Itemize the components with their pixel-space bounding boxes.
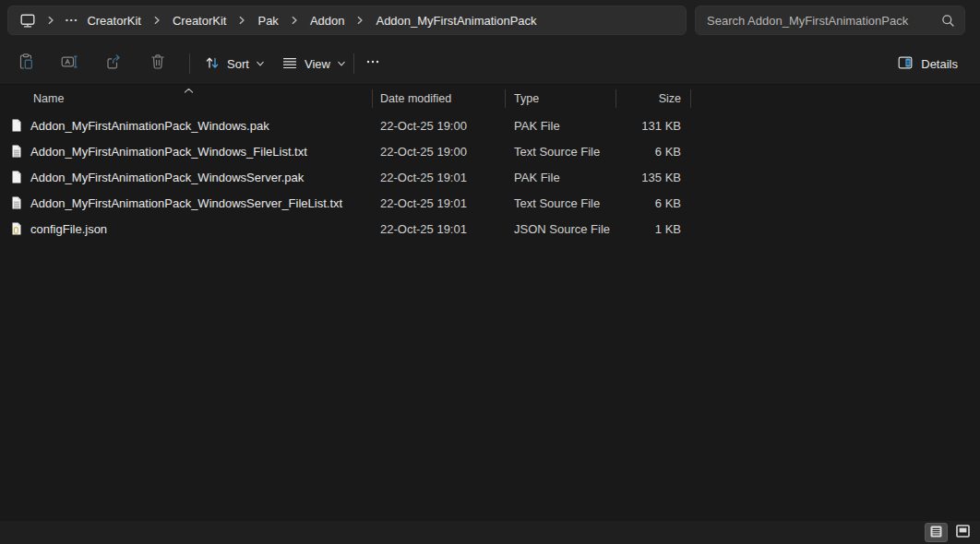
large-icons-view-toggle-button[interactable] — [951, 523, 974, 542]
search-box[interactable] — [695, 6, 965, 35]
file-row[interactable]: Addon_MyFirstAnimationPack_WindowsServer… — [0, 164, 980, 190]
chevron-right-icon — [237, 16, 246, 25]
file-name: Addon_MyFirstAnimationPack_WindowsServer… — [30, 171, 304, 184]
file-list-area: Name Date modified Type Size Addon_MyFir… — [0, 85, 980, 521]
view-label: View — [305, 57, 330, 71]
file-date-modified: 22-Oct-25 19:00 — [372, 145, 505, 159]
search-icon — [941, 14, 955, 28]
file-size: 6 KB — [615, 145, 690, 159]
text-file-icon — [9, 195, 24, 210]
file-type: Text Source File — [505, 145, 615, 159]
file-size: 6 KB — [615, 196, 690, 210]
breadcrumb-item-3[interactable]: Addon — [305, 11, 350, 30]
sort-arrows-icon — [204, 54, 221, 74]
list-view-icon — [930, 525, 942, 541]
thumbnail-view-icon — [956, 525, 970, 541]
monitor-icon — [19, 12, 36, 31]
file-type: JSON Source File — [505, 222, 615, 236]
rename-button[interactable] — [51, 49, 88, 78]
file-size: 131 KB — [615, 119, 690, 133]
column-separator[interactable] — [505, 89, 506, 108]
json-file-icon — [9, 221, 24, 236]
status-bar — [0, 521, 980, 544]
command-bar: Sort View — [0, 42, 980, 85]
delete-button[interactable] — [139, 49, 176, 78]
breadcrumb-item-1[interactable]: CreatorKit — [168, 11, 232, 30]
column-separator[interactable] — [690, 89, 691, 108]
column-header-size[interactable]: Size — [615, 92, 690, 105]
breadcrumb-item-2[interactable]: Pak — [253, 11, 282, 30]
sort-label: Sort — [227, 57, 249, 71]
details-pane-icon — [897, 54, 914, 74]
text-file-icon — [9, 144, 24, 159]
file-date-modified: 22-Oct-25 19:01 — [372, 196, 505, 210]
breadcrumb-item-0[interactable]: CreatorKit — [82, 11, 146, 30]
see-more-button[interactable] — [358, 49, 388, 78]
file-row[interactable]: Addon_MyFirstAnimationPack_Windows_FileL… — [0, 138, 980, 164]
breadcrumb-overflow-button[interactable]: ••• — [62, 6, 82, 35]
blank-file-icon — [9, 170, 24, 184]
file-row[interactable]: Addon_MyFirstAnimationPack_Windows.pak 2… — [0, 112, 980, 138]
search-input[interactable] — [696, 14, 941, 28]
share-icon — [104, 53, 123, 75]
column-headers: Name Date modified Type Size — [0, 85, 980, 112]
file-name: Addon_MyFirstAnimationPack_Windows.pak — [30, 119, 269, 133]
file-size: 1 KB — [615, 222, 690, 236]
file-explorer-window: ••• CreatorKit CreatorKit Pak Addon Addo… — [0, 0, 980, 544]
breadcrumb-item-4[interactable]: Addon_MyFirstAnimationPack — [371, 11, 541, 30]
file-date-modified: 22-Oct-25 19:00 — [372, 119, 505, 133]
sort-ascending-caret-icon — [184, 84, 194, 97]
file-date-modified: 22-Oct-25 19:01 — [372, 222, 505, 236]
chevron-right-icon — [355, 16, 365, 25]
details-pane-button[interactable]: Details — [890, 49, 965, 78]
view-lines-icon — [281, 54, 298, 74]
chevron-down-icon — [337, 57, 346, 71]
file-date-modified: 22-Oct-25 19:01 — [372, 171, 505, 184]
file-name: Addon_MyFirstAnimationPack_Windows_FileL… — [30, 145, 307, 159]
share-button[interactable] — [95, 49, 132, 78]
chevron-right-icon — [46, 16, 55, 25]
chevron-down-icon — [256, 57, 265, 71]
details-view-toggle-button[interactable] — [925, 523, 948, 542]
view-button[interactable]: View — [273, 49, 354, 78]
more-ellipsis-icon — [365, 54, 380, 73]
toolbar-divider — [189, 53, 190, 74]
file-type: PAK File — [505, 119, 615, 133]
this-pc-breadcrumb[interactable] — [16, 10, 40, 31]
file-type: PAK File — [505, 171, 615, 184]
blank-file-icon — [9, 118, 24, 133]
rename-icon — [60, 53, 78, 75]
sort-button[interactable]: Sort — [196, 49, 273, 78]
chevron-right-icon — [290, 16, 299, 25]
chevron-right-icon — [152, 16, 161, 25]
address-bar[interactable]: ••• CreatorKit CreatorKit Pak Addon Addo… — [7, 6, 687, 35]
column-header-type[interactable]: Type — [505, 92, 615, 105]
file-name: Addon_MyFirstAnimationPack_WindowsServer… — [30, 196, 342, 210]
file-name: configFile.json — [30, 222, 107, 236]
details-label: Details — [921, 57, 958, 71]
file-row[interactable]: Addon_MyFirstAnimationPack_WindowsServer… — [0, 190, 980, 216]
file-type: Text Source File — [505, 196, 615, 210]
column-header-date-modified[interactable]: Date modified — [372, 92, 505, 105]
file-row[interactable]: configFile.json 22-Oct-25 19:01 JSON Sou… — [0, 216, 980, 242]
trash-icon — [149, 53, 167, 75]
column-separator[interactable] — [615, 89, 616, 108]
toolbar-divider — [353, 53, 354, 74]
paste-icon — [17, 53, 35, 75]
title-bar: ••• CreatorKit CreatorKit Pak Addon Addo… — [0, 0, 980, 42]
paste-button[interactable] — [7, 49, 44, 78]
file-size: 135 KB — [615, 171, 690, 184]
column-separator[interactable] — [372, 89, 373, 108]
